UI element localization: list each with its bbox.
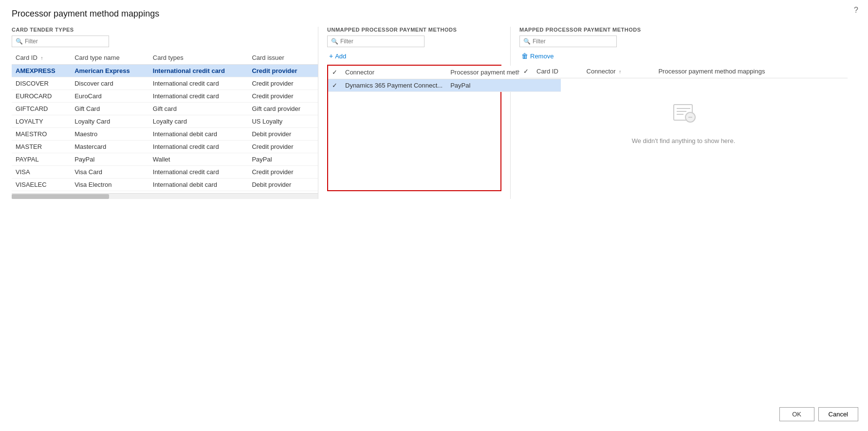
cell-card-issuer: Credit provider: [248, 141, 318, 153]
empty-state-text: We didn't find anything to show here.: [632, 137, 736, 144]
add-button-label: Add: [335, 53, 346, 60]
cell-card-issuer: Credit provider: [248, 65, 318, 77]
col-card-id-mapped[interactable]: Card ID: [533, 65, 583, 78]
main-layout: CARD TENDER TYPES 🔍 Card ID ↑ Card type …: [12, 27, 856, 199]
right-filter-input[interactable]: [519, 36, 617, 47]
mapped-label: MAPPED PROCESSOR PAYMENT METHODS: [519, 27, 848, 33]
left-filter-input[interactable]: [12, 36, 109, 47]
mapped-table-wrapper: ✓ Card ID Connector ↑ Processor payment …: [519, 65, 848, 191]
table-row[interactable]: PAYPAL PayPal Wallet PayPal: [12, 153, 318, 166]
cell-card-type-name: Maestro: [71, 128, 149, 141]
add-button[interactable]: + Add: [327, 51, 348, 61]
col-card-id[interactable]: Card ID ↑: [12, 51, 71, 65]
col-connector-mapped[interactable]: Connector ↑: [583, 65, 655, 78]
cell-card-type-name: Visa Card: [71, 166, 149, 179]
card-tender-types-label: CARD TENDER TYPES: [12, 27, 318, 33]
cell-card-id: VISA: [12, 166, 71, 179]
cell-card-id: AMEXPRESS: [12, 65, 71, 77]
cell-card-id: MASTER: [12, 141, 71, 153]
cell-card-issuer: PayPal: [248, 153, 318, 166]
right-search-icon: 🔍: [523, 38, 531, 45]
unmapped-label: UNMAPPED PROCESSOR PAYMENT METHODS: [327, 27, 501, 33]
cell-card-type-name: EuroCard: [71, 90, 149, 103]
ok-button[interactable]: OK: [779, 407, 814, 421]
table-header-row: Card ID ↑ Card type name Card types Card…: [12, 51, 318, 65]
cell-card-issuer: Credit provider: [248, 77, 318, 90]
col-card-issuer[interactable]: Card issuer: [248, 51, 318, 65]
add-icon: +: [329, 52, 333, 60]
cell-card-types: Loyalty card: [149, 115, 248, 128]
left-filter-wrap: 🔍: [12, 36, 318, 47]
middle-filter-input[interactable]: [327, 36, 425, 47]
cancel-button[interactable]: Cancel: [818, 407, 858, 421]
table-row[interactable]: GIFTCARD Gift Card Gift card Gift card p…: [12, 103, 318, 115]
col-mappings-mapped[interactable]: Processor payment method mappings: [654, 65, 848, 78]
table-row[interactable]: EUROCARD EuroCard International credit c…: [12, 90, 318, 103]
middle-filter-wrap: 🔍: [327, 36, 501, 47]
cell-card-type-name: Discover card: [71, 77, 149, 90]
left-scroll-thumb: [12, 194, 109, 199]
cell-card-id: VISAELEC: [12, 179, 71, 191]
empty-state-icon: [669, 98, 698, 132]
middle-search-icon: 🔍: [331, 38, 338, 45]
table-row[interactable]: AMEXPRESS American Express International…: [12, 65, 318, 77]
mapped-header-row: ✓ Card ID Connector ↑ Processor payment …: [519, 65, 848, 78]
cell-card-types: International credit card: [149, 141, 248, 153]
cell-card-id: MAESTRO: [12, 128, 71, 141]
col-card-type-name[interactable]: Card type name: [71, 51, 149, 65]
mapped-table: ✓ Card ID Connector ↑ Processor payment …: [519, 65, 848, 78]
help-icon[interactable]: ?: [854, 6, 858, 15]
remove-button-label: Remove: [530, 53, 554, 60]
cell-card-types: International credit card: [149, 90, 248, 103]
sort-icon-card-id: ↑: [40, 55, 43, 61]
col-card-types[interactable]: Card types: [149, 51, 248, 65]
cell-card-type-name: Loyalty Card: [71, 115, 149, 128]
remove-button[interactable]: 🗑 Remove: [519, 51, 555, 61]
remove-icon: 🗑: [521, 52, 528, 60]
left-search-icon: 🔍: [16, 38, 23, 45]
cell-card-id: PAYPAL: [12, 153, 71, 166]
bottom-bar: OK Cancel: [779, 407, 858, 421]
unmapped-table-wrapper: ✓ Connector Processor payment method map…: [327, 65, 501, 191]
right-filter-wrap: 🔍: [519, 36, 848, 47]
cell-card-types: International credit card: [149, 77, 248, 90]
cell-card-issuer: Credit provider: [248, 90, 318, 103]
table-row[interactable]: VISA Visa Card International credit card…: [12, 166, 318, 179]
empty-state: We didn't find anything to show here.: [519, 78, 848, 164]
table-row[interactable]: MAESTRO Maestro International debit card…: [12, 128, 318, 141]
cell-card-id: EUROCARD: [12, 90, 71, 103]
cell-card-issuer: Credit provider: [248, 166, 318, 179]
cell-card-type-name: American Express: [71, 65, 149, 77]
cell-card-id: DISCOVER: [12, 77, 71, 90]
cell-card-types: International debit card: [149, 128, 248, 141]
table-row[interactable]: LOYALTY Loyalty Card Loyalty card US Loy…: [12, 115, 318, 128]
cell-card-id: GIFTCARD: [12, 103, 71, 115]
col-connector-unmapped[interactable]: Connector: [341, 66, 446, 79]
cell-card-types: International credit card: [149, 65, 248, 77]
middle-toolbar: + Add: [327, 51, 501, 61]
cell-card-types: Gift card: [149, 103, 248, 115]
page-container: ? Processor payment method mappings CARD…: [0, 0, 868, 208]
cell-card-issuer: Debit provider: [248, 128, 318, 141]
left-scroll-hint: [12, 193, 318, 199]
cell-card-issuer: US Loyalty: [248, 115, 318, 128]
table-row[interactable]: MASTER Mastercard International credit c…: [12, 141, 318, 153]
cell-card-type-name: Visa Electron: [71, 179, 149, 191]
cell-card-id: LOYALTY: [12, 115, 71, 128]
cell-card-types: Wallet: [149, 153, 248, 166]
cell-connector: Dynamics 365 Payment Connect...: [341, 79, 446, 92]
card-tender-types-table: Card ID ↑ Card type name Card types Card…: [12, 51, 318, 191]
cell-card-issuer: Debit provider: [248, 179, 318, 191]
left-table-body: AMEXPRESS American Express International…: [12, 65, 318, 191]
cell-card-types: International debit card: [149, 179, 248, 191]
left-panel: CARD TENDER TYPES 🔍 Card ID ↑ Card type …: [12, 27, 318, 199]
page-title: Processor payment method mappings: [12, 9, 856, 19]
table-row[interactable]: VISAELEC Visa Electron International deb…: [12, 179, 318, 191]
cell-card-issuer: Gift card provider: [248, 103, 318, 115]
cell-card-type-name: Gift Card: [71, 103, 149, 115]
col-check-unmapped: ✓: [328, 66, 341, 79]
table-row[interactable]: DISCOVER Discover card International cre…: [12, 77, 318, 90]
cell-card-types: International credit card: [149, 166, 248, 179]
sort-icon-connector: ↑: [619, 69, 621, 74]
right-toolbar: 🗑 Remove: [519, 51, 848, 61]
